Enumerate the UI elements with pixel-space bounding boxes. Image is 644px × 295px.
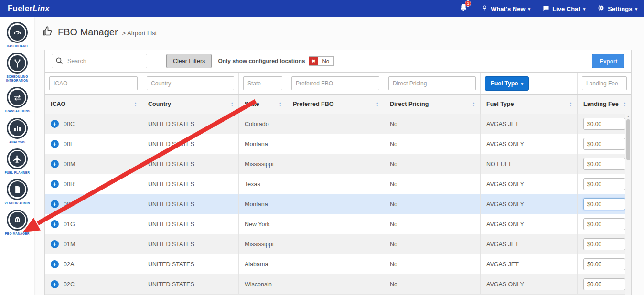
table-body: + 00C UNITED STATES Colorado No AVGAS JE… [45, 114, 625, 295]
expand-row-plus-icon[interactable]: + [51, 280, 59, 288]
table-row[interactable]: + 00F UNITED STATES Montana No AVGAS ONL… [45, 134, 625, 154]
sidebar-item-analysis[interactable]: ANALYSIS [0, 118, 34, 144]
plane-icon [10, 151, 25, 167]
country-filter-input[interactable] [147, 76, 234, 90]
sidebar-item-scheduling-integration[interactable]: SCHEDULING INTEGRATION [0, 53, 34, 83]
country-cell: UNITED STATES [142, 154, 239, 174]
live-chat-menu[interactable]: Live Chat ▾ [543, 5, 585, 13]
fuel-type-filter-button[interactable]: Fuel Type ▾ [485, 76, 529, 91]
expand-row-plus-icon[interactable]: + [51, 200, 59, 208]
landing-fee-input[interactable] [583, 198, 625, 210]
state-cell: Montana [239, 134, 287, 154]
landing-fee-input[interactable] [583, 138, 625, 150]
fuel-type-cell: AVGAS JET [481, 254, 578, 274]
scrollbar-thumb[interactable] [626, 119, 630, 160]
column-header-preferred-fbo[interactable]: Preferred FBO▲▼ [287, 95, 384, 114]
notifications-button[interactable]: 1 [458, 3, 469, 14]
page-header: FBO Manager > Airport List [34, 17, 644, 39]
state-filter-input[interactable] [243, 76, 282, 90]
icao-cell: 00U [64, 201, 75, 208]
sidebar-item-dashboard[interactable]: DASHBOARD [0, 22, 34, 48]
column-header-fuel-type[interactable]: Fuel Type▲▼ [481, 95, 578, 114]
landing-fee-input[interactable] [583, 218, 625, 230]
sort-arrows-icon[interactable]: ▲▼ [569, 102, 572, 107]
state-cell: Alabama [239, 254, 287, 274]
landing-fee-input[interactable] [583, 118, 625, 130]
chevron-down-icon: ▾ [521, 82, 523, 86]
landing-fee-input[interactable] [583, 258, 625, 270]
country-cell: UNITED STATES [142, 274, 239, 294]
preferred-fbo-cell [287, 194, 384, 214]
preferred-fbo-cell [287, 234, 384, 254]
landing-fee-input[interactable] [583, 178, 625, 190]
expand-row-plus-icon[interactable]: + [51, 180, 59, 188]
direct-pricing-cell: No [384, 254, 481, 274]
top-bar: FuelerLinx 1 What's New ▾ Live Chat ▾ [0, 0, 644, 17]
table-row[interactable]: + 01M UNITED STATES Mississippi No AVGAS… [45, 234, 625, 254]
sidebar-item-fuel-planner[interactable]: FUEL PLANNER [0, 148, 34, 175]
landing-fee-filter-input[interactable] [582, 76, 627, 90]
expand-row-plus-icon[interactable]: + [51, 140, 59, 148]
expand-row-plus-icon[interactable]: + [51, 240, 59, 248]
column-header-state[interactable]: State▲▼ [239, 95, 287, 114]
sidebar-item-vendor-admin[interactable]: VENDOR ADMIN [0, 179, 34, 205]
bar-chart-icon [10, 120, 25, 136]
page-title: FBO Manager [58, 27, 118, 38]
whats-new-menu[interactable]: What's New ▾ [482, 5, 530, 12]
settings-menu[interactable]: Settings ▾ [598, 4, 637, 13]
column-header-icao[interactable]: ICAO▲▼ [45, 95, 142, 114]
clear-filters-button[interactable]: Clear Filters [166, 54, 212, 68]
preferred-fbo-cell [287, 274, 384, 294]
sort-arrows-icon[interactable]: ▲▼ [472, 102, 475, 107]
column-header-direct-pricing[interactable]: Direct Pricing▲▼ [384, 95, 481, 114]
landing-fee-input[interactable] [583, 278, 625, 290]
icao-cell: 00M [64, 161, 75, 168]
sort-arrows-icon[interactable]: ▲▼ [376, 102, 379, 107]
expand-row-plus-icon[interactable]: + [51, 160, 59, 168]
preferred-fbo-filter-input[interactable] [291, 76, 379, 90]
expand-row-plus-icon[interactable]: + [51, 220, 59, 228]
direct-pricing-filter-input[interactable] [388, 76, 476, 90]
sidebar-item-transactions[interactable]: TRANSACTIONS [0, 87, 34, 113]
icao-cell: 01M [64, 241, 75, 248]
toggle-x-icon[interactable]: ✖ [309, 57, 318, 65]
table-row[interactable]: + 02A UNITED STATES Alabama No AVGAS JET [45, 254, 625, 274]
landing-fee-input[interactable] [583, 158, 625, 170]
column-header-landing-fee[interactable]: Landing Fee▲▼ [578, 95, 631, 114]
table-row[interactable]: + 00U UNITED STATES Montana No AVGAS ONL… [45, 194, 625, 214]
table-row[interactable]: + 00R UNITED STATES Texas No AVGAS ONLY [45, 174, 625, 194]
table-row[interactable]: + 00M UNITED STATES Mississippi No NO FU… [45, 154, 625, 174]
chevron-down-icon: ▾ [583, 7, 586, 11]
country-cell: UNITED STATES [142, 254, 239, 274]
expand-row-plus-icon[interactable]: + [51, 120, 59, 128]
table-row[interactable]: + 01G UNITED STATES New York No AVGAS ON… [45, 214, 625, 234]
fuel-type-cell: AVGAS ONLY [481, 174, 578, 194]
icao-filter-input[interactable] [49, 76, 138, 90]
app-logo: FuelerLinx [8, 4, 50, 13]
integration-icon [10, 55, 25, 71]
sidebar-item-fbo-manager[interactable]: FBO MANAGER [0, 210, 34, 236]
state-cell: Colorado [239, 114, 287, 134]
sort-arrows-icon[interactable]: ▲▼ [623, 102, 626, 107]
table-row[interactable]: + 00C UNITED STATES Colorado No AVGAS JE… [45, 114, 625, 134]
search-icon [55, 57, 64, 67]
vertical-scrollbar[interactable]: ▲ [625, 114, 631, 295]
table-row[interactable]: + 02C UNITED STATES Wisconsin No AVGAS O… [45, 274, 625, 295]
icao-cell: 00R [64, 181, 75, 188]
expand-row-plus-icon[interactable]: + [51, 260, 59, 268]
export-button[interactable]: Export [592, 54, 624, 68]
scroll-up-arrow-icon[interactable]: ▲ [627, 115, 630, 118]
column-header-country[interactable]: Country▲▼ [142, 95, 239, 114]
search-input[interactable] [52, 54, 147, 68]
state-cell: Mississippi [239, 154, 287, 174]
fuel-type-cell: AVGAS JET [481, 234, 578, 254]
fuel-type-cell: AVGAS ONLY [481, 274, 578, 294]
main-content: FBO Manager > Airport List Clear Filters… [34, 17, 644, 295]
configured-locations-toggle[interactable]: ✖ No [309, 56, 334, 66]
country-cell: UNITED STATES [142, 174, 239, 194]
state-cell: New York [239, 214, 287, 234]
sort-arrows-icon[interactable]: ▲▼ [134, 102, 137, 107]
sort-arrows-icon[interactable]: ▲▼ [279, 102, 282, 107]
sort-arrows-icon[interactable]: ▲▼ [231, 102, 234, 107]
landing-fee-input[interactable] [583, 238, 625, 250]
